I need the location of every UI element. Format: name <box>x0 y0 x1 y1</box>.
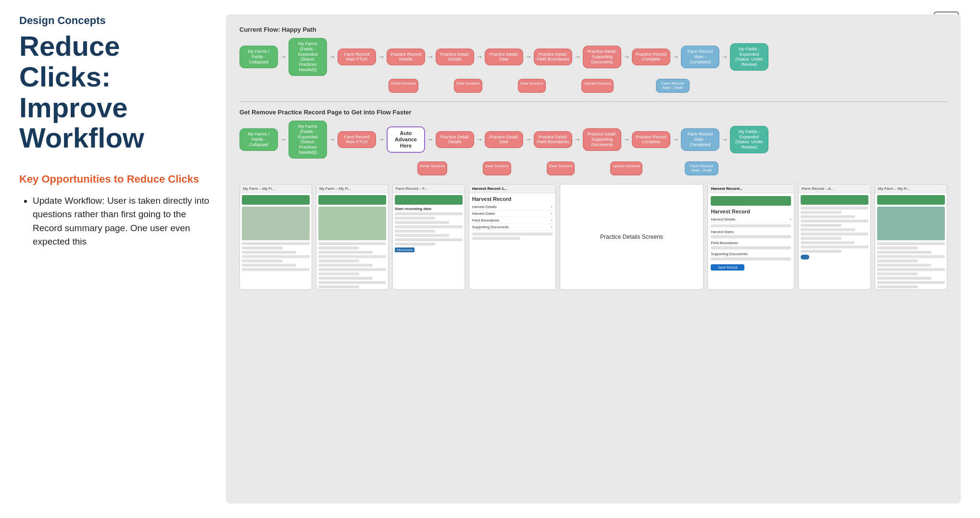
arrow: → <box>623 136 630 143</box>
mockup-harvest-record-2: Harvest Record... Harvest Record Harvest… <box>707 184 794 290</box>
flow2-node-5: Practice Detail: Details <box>436 131 474 148</box>
flow1-extra-node: Farm Record Main - Draft <box>656 79 690 93</box>
mockup-farm-list-3: My Farm – My Fi... <box>875 184 947 290</box>
harvest-arrow-1: › <box>551 205 553 209</box>
harvest-field-3: Field Boundaries › <box>472 217 553 224</box>
harvest-field-4: Supporting Documents › <box>472 224 553 231</box>
arrow: → <box>427 136 434 143</box>
arrow: → <box>574 136 581 143</box>
mockup-practice-details: Practice Details Screens <box>560 184 704 290</box>
flow2-main-row: My Farms / Fields - Collapsed → My Farms… <box>239 121 947 159</box>
flow2-auto-advance-node: Auto Advance Here <box>387 126 425 153</box>
flow-section-1: Current Flow: Happy Path My Farms / Fiel… <box>239 26 947 93</box>
harvest-title: Harvest Record <box>472 196 553 202</box>
arrow: → <box>525 136 532 143</box>
flow1-main-row: My Farms / Fields - Collapsed → My Farms… <box>239 38 947 76</box>
arrow: → <box>378 136 385 143</box>
harvest-arrow-3: › <box>551 218 553 222</box>
harvest-body-2: Harvest Record Harvest Details › Harvest… <box>708 193 794 273</box>
h2-field-3: Field Boundaries <box>711 240 791 247</box>
page-container: Figma Design Concepts Reduce Clicks: Imp… <box>0 0 980 518</box>
flow1-node-1: My Farms / Fields - Collapsed <box>239 46 278 68</box>
flow1-node-8: Practice Detail: Supporting Documents <box>583 46 621 68</box>
mockup-farm-record: Farm Record – F... Start recording data … <box>392 184 465 290</box>
arrow: → <box>623 53 630 61</box>
arrow: → <box>721 53 728 61</box>
page-main-title: Reduce Clicks: Improve Workflow <box>19 31 212 153</box>
harvest-arrow-4: › <box>551 225 553 229</box>
flow1-node-6: Practice Detail: Date <box>485 49 523 66</box>
page-subtitle: Design Concepts <box>19 14 212 27</box>
flow2-node-11: My Fields - Expanded (Status: Under Revi… <box>730 126 768 153</box>
flow2-sub-1: Detail Screens <box>417 161 447 175</box>
mockups-row: My Farm – My Fi... My Farm – My Fi... <box>239 184 947 290</box>
mockup-body-1 <box>240 193 312 289</box>
flow2-sub-row: Detail Screens Date Screens Date Screens… <box>417 161 947 175</box>
h2-field-2: Harvest Dates <box>711 229 791 235</box>
divider-1 <box>239 101 947 102</box>
section-heading: Key Opportunities to Reduce Clicks <box>19 173 212 186</box>
arrow: → <box>427 53 434 61</box>
flow1-sub-1: Detail Screens <box>389 79 418 93</box>
flow1-node-11: My Fields - Expanded (Status: Under Revi… <box>730 43 768 71</box>
arrow: → <box>280 53 287 61</box>
mockup-header-3: Farm Record – F... <box>393 185 465 193</box>
mockup-harvest-record: Harvest Record 1... Harvest Record Harve… <box>469 184 556 290</box>
arrow: → <box>280 136 287 143</box>
save-button-mockup: Save Record <box>711 264 744 271</box>
flow2-extra-node: Farm Record Main - Draft <box>685 161 718 175</box>
harvest-label-3: Field Boundaries <box>472 218 499 222</box>
flow1-node-9: Practice Record Complete <box>632 49 670 66</box>
flow1-label: Current Flow: Happy Path <box>239 26 947 33</box>
mockup-body-8 <box>875 193 947 289</box>
flow1-node-3: Farm Record Main FTUX <box>338 49 376 66</box>
mockup-header-1: My Farm – My Fi... <box>240 185 312 193</box>
left-panel: Design Concepts Reduce Clicks: Improve W… <box>19 14 226 504</box>
bullet-item-1: Update Workflow: User is taken directly … <box>33 194 212 249</box>
arrow: → <box>672 136 679 143</box>
flow2-node-10: Farm Record Main - Completed <box>681 128 719 150</box>
arrow: → <box>476 136 483 143</box>
arrow: → <box>329 136 336 143</box>
arrow: → <box>574 53 581 61</box>
mockup-body-7 <box>799 193 870 289</box>
arrow: → <box>329 53 336 61</box>
harvest-header-2: Harvest Record... <box>708 185 794 193</box>
mockup-header-8: My Farm – My Fi... <box>875 185 947 193</box>
arrow: → <box>476 53 483 61</box>
flow2-label: Get Remove Practice Record Page to Get i… <box>239 109 947 116</box>
h2-field-4: Supporting Documents <box>711 251 791 258</box>
flow2-node-8: Practice Detail: Supporting Documents <box>583 128 621 150</box>
mockup-farm-list-1: My Farm – My Fi... <box>239 184 312 290</box>
flow1-sub-row: Detail Screens Date Screens Date Screens… <box>389 79 947 93</box>
mockup-farm-record-a: Farm Record – A... <box>798 184 871 290</box>
harvest-arrow-2: › <box>551 211 553 216</box>
arrow: → <box>525 53 532 61</box>
flow2-node-3: Farm Record Main FTUX <box>338 131 376 148</box>
harvest-field-1: Harvest Details › <box>472 204 553 210</box>
harvest-field-2: Harvest Dates › <box>472 210 553 217</box>
harvest-label-1: Harvest Details <box>472 205 497 209</box>
h2-field-1: Harvest Details › <box>711 216 791 223</box>
bullet-list: Update Workflow: User is taken directly … <box>19 194 212 249</box>
flow1-node-5: Practice Detail: Details <box>436 49 474 66</box>
flow1-sub-3: Date Screens <box>518 79 546 93</box>
practice-details-title: Practice Details Screens <box>600 234 663 240</box>
flow1-sub-2: Date Screens <box>454 79 482 93</box>
harvest-header: Harvest Record 1... <box>469 185 555 193</box>
flow2-sub-3: Date Screens <box>547 161 575 175</box>
flow2-sub-4: Upload Screens <box>610 161 642 175</box>
flow1-node-7: Practice Detail: Field Boundaries <box>534 49 572 66</box>
flow1-node-4: Practice Record Details <box>387 49 425 66</box>
harvest-label-4: Supporting Documents <box>472 225 509 229</box>
flow2-node-6: Practice Detail: Date <box>485 131 523 148</box>
flow1-node-10: Farm Record Main - Completed <box>681 46 719 68</box>
mockup-header-7: Farm Record – A... <box>799 185 870 193</box>
right-panel: Current Flow: Happy Path My Farms / Fiel… <box>226 14 961 504</box>
arrow: → <box>672 53 679 61</box>
mockup-farm-list-2: My Farm – My Fi... <box>316 184 389 290</box>
flow2-node-1: My Farms / Fields - Collapsed <box>239 128 278 150</box>
flow1-node-2: My Farms (Fields - Expanded (Status: Pra… <box>289 38 327 76</box>
harvest-body: Harvest Record Harvest Details › Harvest… <box>469 193 555 244</box>
mockup-body-3: Start recording data Add practice <box>393 193 465 289</box>
